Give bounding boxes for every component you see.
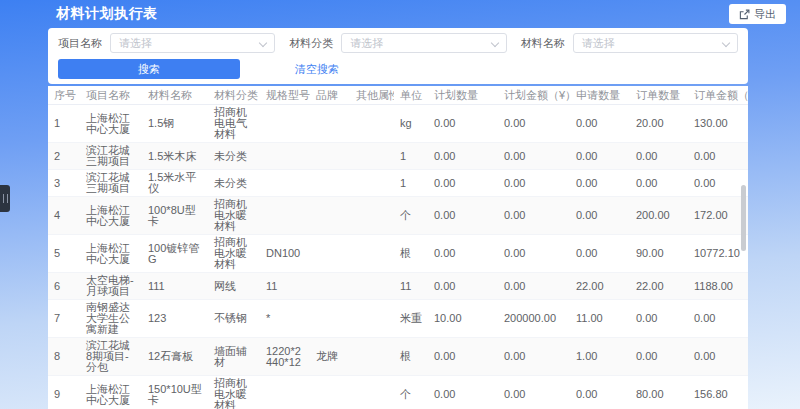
vertical-scrollbar[interactable] xyxy=(741,185,746,251)
table-cell: 太空电梯-月球项目 xyxy=(80,273,142,300)
table-cell xyxy=(350,338,394,376)
table-cell xyxy=(350,105,394,143)
table-cell: 0.00 xyxy=(428,338,498,376)
table-cell: 滨江花城三期项目 xyxy=(80,143,142,170)
column-header: 序号 xyxy=(48,86,80,105)
table-cell: 0.00 xyxy=(498,376,570,409)
filter-label: 材料名称 xyxy=(521,36,565,51)
table-cell: 10772.10 xyxy=(688,235,748,273)
table-cell: 0.00 xyxy=(570,376,630,409)
table-cell: 不锈钢 xyxy=(208,300,260,338)
table-cell: 5 xyxy=(48,235,80,273)
chevron-down-icon xyxy=(259,39,267,47)
table-cell: 0.00 xyxy=(498,143,570,170)
top-bar: 材料计划执行表 导出 xyxy=(0,0,800,28)
table-cell: 网线 xyxy=(208,273,260,300)
clear-search-link[interactable]: 清空搜索 xyxy=(295,62,339,77)
material-plan-table: 序号项目名称材料名称材料分类规格型号品牌其他属性单位计划数量计划金额（¥）申请数… xyxy=(48,86,748,409)
material-category-select[interactable]: 请选择 xyxy=(341,33,506,53)
table-cell: 上海松江中心大厦 xyxy=(80,197,142,235)
drawer-handle[interactable] xyxy=(0,185,10,212)
table-cell: kg xyxy=(394,105,428,143)
table-cell: 111 xyxy=(142,273,208,300)
table-cell: 0.00 xyxy=(428,170,498,197)
table-cell xyxy=(350,376,394,409)
table-cell: 3 xyxy=(48,170,80,197)
table-cell xyxy=(310,300,350,338)
page-title: 材料计划执行表 xyxy=(56,5,158,23)
column-header: 申请数量 xyxy=(570,86,630,105)
table-cell: 90.00 xyxy=(630,235,688,273)
table-cell: 6 xyxy=(48,273,80,300)
table-cell xyxy=(310,197,350,235)
select-placeholder: 请选择 xyxy=(119,36,152,51)
table-cell: 墙面辅材 xyxy=(208,338,260,376)
table-cell: 招商机电水暖材料 xyxy=(208,376,260,409)
export-button[interactable]: 导出 xyxy=(729,4,786,24)
filter-field-material-name: 材料名称 请选择 xyxy=(521,33,738,53)
table-cell: 0.00 xyxy=(570,143,630,170)
chevron-down-icon xyxy=(490,39,498,47)
table-cell: 招商机电水暖材料 xyxy=(208,197,260,235)
table-cell: 200000.00 xyxy=(498,300,570,338)
table-cell: 8 xyxy=(48,338,80,376)
table-cell: 龙牌 xyxy=(310,338,350,376)
table-cell: 0.00 xyxy=(688,338,748,376)
material-name-select[interactable]: 请选择 xyxy=(573,33,738,53)
table-cell: 上海松江中心大厦 xyxy=(80,105,142,143)
table-cell: 0.00 xyxy=(570,197,630,235)
table-cell xyxy=(350,235,394,273)
table-cell: 0.00 xyxy=(570,105,630,143)
table-cell: 根 xyxy=(394,338,428,376)
table-cell: 南钢盛达大学生公寓新建 xyxy=(80,300,142,338)
filter-field-material-category: 材料分类 请选择 xyxy=(289,33,506,53)
table-cell xyxy=(260,376,310,409)
table-row: 3滨江花城三期项目1.5米水平仪未分类10.000.000.000.000.00 xyxy=(48,170,748,197)
table-cell xyxy=(350,300,394,338)
table-cell: 1 xyxy=(48,105,80,143)
table-cell: 0.00 xyxy=(498,197,570,235)
column-header: 项目名称 xyxy=(80,86,142,105)
filter-label: 项目名称 xyxy=(58,36,102,51)
table-cell: 7 xyxy=(48,300,80,338)
table-cell: 1.5钢 xyxy=(142,105,208,143)
select-placeholder: 请选择 xyxy=(582,36,615,51)
column-header: 规格型号 xyxy=(260,86,310,105)
table-cell: 0.00 xyxy=(630,170,688,197)
table-cell: 1188.00 xyxy=(688,273,748,300)
table-cell: 100*8U型卡 xyxy=(142,197,208,235)
table-cell: 0.00 xyxy=(630,143,688,170)
project-name-select[interactable]: 请选择 xyxy=(110,33,275,53)
table-cell: 123 xyxy=(142,300,208,338)
table-cell: 172.00 xyxy=(688,197,748,235)
table-row: 2滨江花城三期项目1.5米木床未分类10.000.000.000.000.00 xyxy=(48,143,748,170)
export-label: 导出 xyxy=(754,7,776,22)
table-row: 9上海松江中心大厦150*10U型卡招商机电水暖材料个0.000.000.008… xyxy=(48,376,748,409)
filter-actions: 搜索 清空搜索 xyxy=(58,59,738,79)
table-cell: 9 xyxy=(48,376,80,409)
filter-row: 项目名称 请选择 材料分类 请选择 材料名称 请选择 xyxy=(58,33,738,53)
table-row: 6太空电梯-月球项目111网线11110.000.0022.0022.00118… xyxy=(48,273,748,300)
column-header: 订单金额（¥） xyxy=(688,86,748,105)
table-cell xyxy=(260,170,310,197)
table-cell xyxy=(260,143,310,170)
filter-field-project: 项目名称 请选择 xyxy=(58,33,275,53)
table-cell xyxy=(310,170,350,197)
table-header-row: 序号项目名称材料名称材料分类规格型号品牌其他属性单位计划数量计划金额（¥）申请数… xyxy=(48,86,748,105)
chevron-down-icon xyxy=(722,39,730,47)
table-cell: 0.00 xyxy=(498,273,570,300)
table-cell: 0.00 xyxy=(498,105,570,143)
table-cell xyxy=(310,273,350,300)
column-header: 其他属性 xyxy=(350,86,394,105)
table-cell xyxy=(260,105,310,143)
table-cell: 上海松江中心大厦 xyxy=(80,235,142,273)
table-cell: 招商机电电气材料 xyxy=(208,105,260,143)
table-cell xyxy=(350,170,394,197)
table-cell: 1 xyxy=(394,143,428,170)
table-row: 8滨江花城8期项目-分包12石膏板墙面辅材1220*2440*12龙牌根0.00… xyxy=(48,338,748,376)
table-cell xyxy=(350,143,394,170)
table-cell: 0.00 xyxy=(688,170,748,197)
main-content: 项目名称 请选择 材料分类 请选择 材料名称 请选择 xyxy=(48,28,748,409)
table-cell: 1 xyxy=(394,170,428,197)
search-button[interactable]: 搜索 xyxy=(58,59,240,79)
